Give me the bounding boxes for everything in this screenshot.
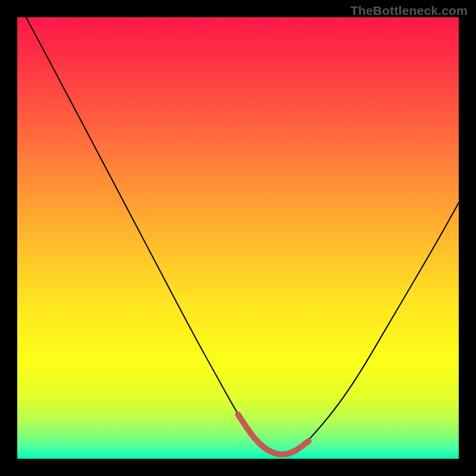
highlight-valley bbox=[238, 415, 309, 455]
watermark-text: TheBottleneck.com bbox=[350, 4, 468, 18]
curve-layer bbox=[17, 17, 459, 459]
bottleneck-curve bbox=[26, 17, 459, 455]
plot-area bbox=[17, 17, 459, 459]
chart-frame: TheBottleneck.com bbox=[0, 0, 476, 476]
